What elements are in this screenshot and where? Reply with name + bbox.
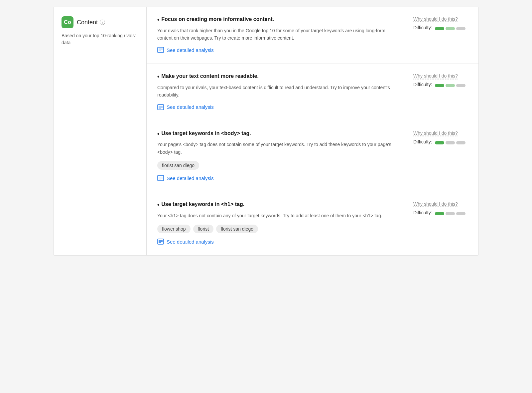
recommendation-cell-4: •Use target keywords in <h1> tag.Your <h…: [147, 192, 405, 255]
difficulty-row-3: Difficulty:: [413, 139, 470, 146]
rec-desc-1: Your rivals that rank higher than you in…: [157, 27, 394, 42]
difficulty-label: Difficulty:: [413, 82, 432, 87]
rec-desc-3: Your page's <body> tag does not contain …: [157, 141, 394, 156]
diff-bar-3: [456, 27, 466, 30]
content-area: •Focus on creating more informative cont…: [147, 7, 478, 255]
see-analysis-text: See detailed analysis: [167, 47, 214, 53]
keywords-row-4: flower shopfloristflorist san diego: [157, 225, 394, 233]
rec-title-text: Focus on creating more informative conte…: [161, 16, 274, 22]
difficulty-label: Difficulty:: [413, 210, 432, 215]
keyword-tag: florist san diego: [157, 161, 199, 170]
bullet-icon: •: [157, 73, 159, 81]
diff-bar-3: [456, 84, 466, 87]
difficulty-row-1: Difficulty:: [413, 25, 470, 32]
see-analysis-link-4[interactable]: See detailed analysis: [157, 239, 214, 245]
difficulty-label: Difficulty:: [413, 25, 432, 30]
bullet-icon: •: [157, 130, 159, 138]
bullet-icon: •: [157, 201, 159, 209]
diff-bar-1: [435, 212, 444, 215]
rec-title-text: Use target keywords in <h1> tag.: [161, 201, 244, 207]
see-analysis-link-1[interactable]: See detailed analysis: [157, 47, 214, 53]
see-analysis-link-3[interactable]: See detailed analysis: [157, 175, 214, 181]
difficulty-row-4: Difficulty:: [413, 210, 470, 217]
rec-desc-4: Your <h1> tag does not contain any of yo…: [157, 212, 394, 219]
why-link-3[interactable]: Why should I do this?: [413, 130, 470, 136]
row-4: •Use target keywords in <h1> tag.Your <h…: [147, 192, 478, 255]
keywords-row-3: florist san diego: [157, 161, 394, 170]
sidebar-icon: Co: [62, 16, 73, 28]
difficulty-row-2: Difficulty:: [413, 82, 470, 89]
diff-bar-3: [456, 141, 466, 144]
diff-bar-2: [446, 141, 455, 144]
recommendation-cell-2: •Make your text content more readable.Co…: [147, 64, 405, 120]
bullet-icon: •: [157, 16, 159, 24]
sidebar-title: Content: [77, 19, 98, 26]
diff-bar-1: [435, 27, 444, 30]
difficulty-bars: [435, 141, 466, 144]
sidebar: Co Content i Based on your top 10-rankin…: [54, 7, 147, 255]
diff-bar-2: [446, 84, 455, 87]
sidebar-desc: Based on your top 10-ranking rivals' dat…: [62, 32, 138, 46]
difficulty-cell-3: Why should I do this?Difficulty:: [405, 121, 478, 192]
diff-bar-2: [446, 212, 455, 215]
difficulty-cell-2: Why should I do this?Difficulty:: [405, 64, 478, 120]
rec-title-text: Make your text content more readable.: [161, 73, 259, 79]
diff-bar-2: [446, 27, 455, 30]
see-analysis-text: See detailed analysis: [167, 175, 214, 181]
difficulty-cell-1: Why should I do this?Difficulty:: [405, 7, 478, 64]
rec-title-text: Use target keywords in <body> tag.: [161, 130, 251, 136]
difficulty-bars: [435, 27, 466, 30]
row-1: •Focus on creating more informative cont…: [147, 7, 478, 64]
rec-title-2: •Make your text content more readable.: [157, 73, 394, 81]
info-icon[interactable]: i: [100, 20, 105, 25]
rec-title-4: •Use target keywords in <h1> tag.: [157, 201, 394, 209]
difficulty-label: Difficulty:: [413, 139, 432, 144]
keyword-tag: florist san diego: [216, 225, 258, 233]
difficulty-bars: [435, 84, 466, 87]
analysis-icon: [157, 104, 164, 110]
diff-bar-1: [435, 84, 444, 87]
rec-title-3: •Use target keywords in <body> tag.: [157, 130, 394, 138]
row-3: •Use target keywords in <body> tag.Your …: [147, 121, 478, 192]
row-2: •Make your text content more readable.Co…: [147, 64, 478, 121]
rec-title-1: •Focus on creating more informative cont…: [157, 16, 394, 24]
see-analysis-text: See detailed analysis: [167, 104, 214, 110]
see-analysis-link-2[interactable]: See detailed analysis: [157, 104, 214, 110]
rec-desc-2: Compared to your rivals, your text-based…: [157, 84, 394, 99]
analysis-icon: [157, 239, 164, 245]
recommendation-cell-1: •Focus on creating more informative cont…: [147, 7, 405, 64]
analysis-icon: [157, 47, 164, 53]
recommendation-cell-3: •Use target keywords in <body> tag.Your …: [147, 121, 405, 192]
difficulty-cell-4: Why should I do this?Difficulty:: [405, 192, 478, 255]
keyword-tag: flower shop: [157, 225, 191, 233]
why-link-1[interactable]: Why should I do this?: [413, 16, 470, 22]
why-link-2[interactable]: Why should I do this?: [413, 73, 470, 79]
difficulty-bars: [435, 212, 466, 215]
see-analysis-text: See detailed analysis: [167, 239, 214, 245]
why-link-4[interactable]: Why should I do this?: [413, 201, 470, 207]
diff-bar-1: [435, 141, 444, 144]
keyword-tag: florist: [193, 225, 213, 233]
analysis-icon: [157, 175, 164, 181]
diff-bar-3: [456, 212, 466, 215]
